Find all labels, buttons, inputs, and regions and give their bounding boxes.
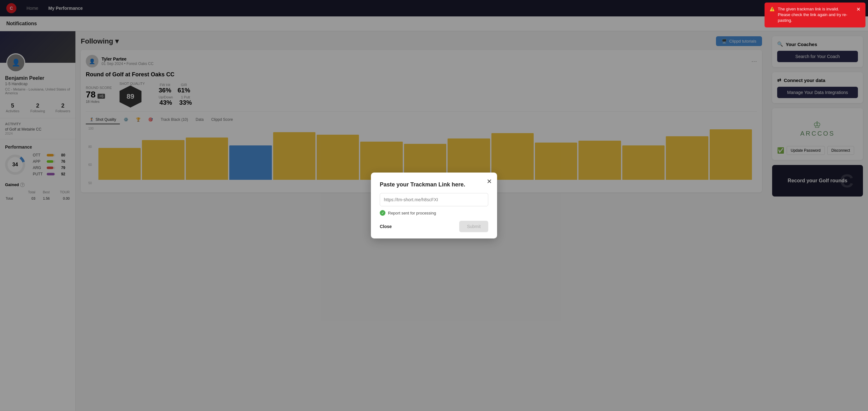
modal-overlay[interactable]: Paste your Trackman Link here. ✕ ✓ Repor… bbox=[0, 0, 868, 411]
toast-close-button[interactable]: ✕ bbox=[856, 6, 861, 12]
modal-footer: Close Submit bbox=[380, 221, 488, 232]
close-modal-button[interactable]: Close bbox=[380, 224, 392, 229]
trackman-modal: Paste your Trackman Link here. ✕ ✓ Repor… bbox=[371, 172, 497, 239]
warning-icon: ⚠️ bbox=[770, 6, 775, 12]
error-message: The given trackman link is invalid. Plea… bbox=[778, 6, 851, 24]
modal-close-button[interactable]: ✕ bbox=[487, 178, 492, 185]
submit-modal-button[interactable]: Submit bbox=[459, 221, 488, 232]
success-text: Report sent for processing bbox=[388, 211, 436, 215]
success-checkmark-icon: ✓ bbox=[380, 210, 385, 216]
error-toast: ⚠️ The given trackman link is invalid. P… bbox=[765, 2, 866, 27]
modal-title: Paste your Trackman Link here. bbox=[380, 181, 488, 188]
trackman-link-input[interactable] bbox=[380, 193, 488, 206]
modal-success-message: ✓ Report sent for processing bbox=[380, 210, 488, 216]
